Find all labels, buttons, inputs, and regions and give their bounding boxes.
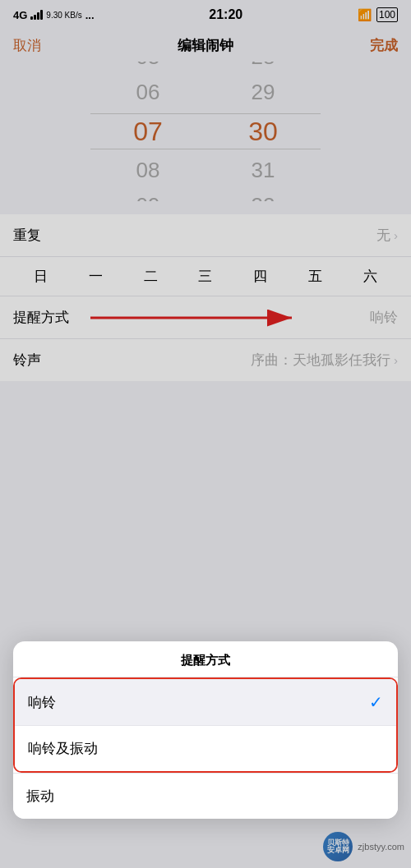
modal-options-bordered: 响铃 ✓ 响铃及振动 [13, 677, 398, 773]
option-ring[interactable]: 响铃 ✓ [15, 679, 396, 725]
option-vibrate[interactable]: 振动 [13, 773, 398, 819]
modal-title: 提醒方式 [13, 641, 398, 677]
option-ring-vibrate[interactable]: 响铃及振动 [15, 726, 396, 771]
checkmark-icon: ✓ [369, 692, 383, 712]
option-ring-vibrate-label: 响铃及振动 [28, 739, 98, 758]
option-vibrate-label: 振动 [26, 787, 54, 806]
alert-style-modal: 提醒方式 响铃 ✓ 响铃及振动 振动 [13, 641, 398, 819]
option-ring-label: 响铃 [28, 693, 56, 712]
